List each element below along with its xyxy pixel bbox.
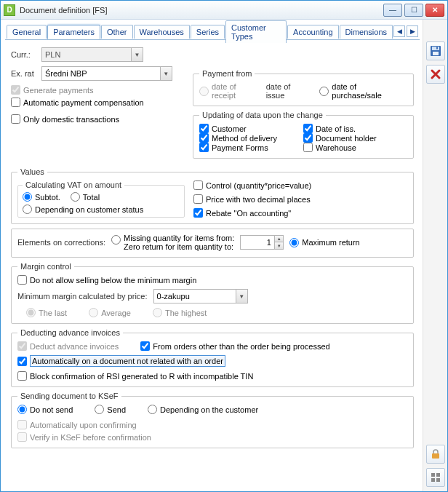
app-icon: D bbox=[4, 4, 15, 16]
save-button[interactable] bbox=[426, 41, 445, 60]
tab-parameters[interactable]: Parameters bbox=[47, 25, 100, 39]
advance-legend: Deducting advance invoices bbox=[17, 328, 123, 337]
generate-payments-checkbox: Generate payments bbox=[11, 85, 193, 95]
exrate-label: Ex. rat bbox=[11, 69, 41, 78]
grid-button[interactable] bbox=[426, 468, 445, 487]
ksef-group: Sending document to KSeF Do not send Sen… bbox=[11, 392, 414, 448]
auto-payment-comp-checkbox[interactable]: Automatic payment compensation bbox=[11, 98, 193, 107]
advance-group: Deducting advance invoices Deduct advanc… bbox=[11, 328, 414, 387]
tab-general[interactable]: General bbox=[7, 25, 47, 39]
tab-other[interactable]: Other bbox=[101, 25, 133, 39]
margin-combo[interactable]: ▼ bbox=[153, 289, 248, 303]
minimize-button[interactable]: — bbox=[383, 4, 402, 17]
upd-customer[interactable]: Customer bbox=[199, 124, 303, 133]
ksef-nosend[interactable]: Do not send bbox=[17, 405, 73, 414]
tab-customer-types[interactable]: Customer Types bbox=[225, 20, 287, 43]
tab-dimensions[interactable]: Dimensions bbox=[340, 25, 393, 39]
tab-warehouses[interactable]: Warehouses bbox=[134, 25, 190, 39]
currency-label: Curr.: bbox=[11, 50, 41, 59]
tab-bar: General Parameters Other Warehouses Seri… bbox=[5, 23, 420, 40]
margin-dont-allow[interactable]: Do not allow selling below the minimum m… bbox=[17, 275, 407, 285]
corrections-missing[interactable]: Missing quantity for items from: Zero re… bbox=[111, 234, 234, 251]
svg-rect-3 bbox=[436, 47, 438, 49]
grid-icon bbox=[430, 472, 441, 483]
corrections-max-return[interactable]: Maximum return bbox=[289, 238, 359, 247]
updating-group: Updating of data upon the change Custome… bbox=[193, 111, 414, 159]
payment-from-legend: Payment from bbox=[199, 69, 255, 78]
calc-vat-legend: Calculating VAT on amount bbox=[23, 180, 124, 189]
spin-down-icon[interactable]: ▼ bbox=[275, 242, 283, 249]
chevron-down-icon[interactable]: ▼ bbox=[131, 48, 143, 61]
window-title: Document definition [FS] bbox=[20, 6, 383, 15]
svg-rect-2 bbox=[433, 52, 439, 55]
parameters-pane: Curr.: ▼ Ex. rat ▼ bbox=[5, 40, 420, 459]
from-orders[interactable]: From orders other than the order being p… bbox=[140, 341, 329, 351]
control-check[interactable]: Control (quantity*price=value) bbox=[193, 180, 407, 190]
ksef-verify: Verify in KSeF before confirmation bbox=[17, 432, 407, 442]
twodec-check[interactable]: Price with two decimal places bbox=[193, 194, 407, 204]
currency-combo[interactable]: ▼ bbox=[41, 47, 143, 62]
currency-value bbox=[42, 48, 131, 61]
spin-up-icon[interactable]: ▲ bbox=[275, 236, 283, 242]
ksef-legend: Sending document to KSeF bbox=[17, 392, 121, 400]
upd-warehouse[interactable]: Warehouse bbox=[303, 143, 407, 152]
margin-control-group: Margin control Do not allow selling belo… bbox=[11, 262, 414, 324]
vat-depending[interactable]: Depending on customer status bbox=[23, 205, 180, 214]
payment-from-receipt: date of receipt bbox=[199, 82, 262, 100]
upd-date-iss[interactable]: Date of iss. bbox=[303, 124, 407, 133]
upd-doc-holder[interactable]: Document holder bbox=[303, 133, 407, 143]
values-group: Values Calculating VAT on amount Subtot.… bbox=[11, 167, 414, 224]
maximize-button[interactable]: ☐ bbox=[404, 4, 423, 17]
only-domestic-checkbox[interactable]: Only domestic transactions bbox=[11, 114, 193, 124]
block-rsi[interactable]: Block confirmation of RSI generated to R… bbox=[17, 371, 407, 381]
rebate-check[interactable]: Rebate "On accounting" bbox=[193, 208, 407, 218]
margin-legend: Margin control bbox=[17, 262, 74, 271]
floppy-icon bbox=[430, 45, 441, 57]
svg-rect-7 bbox=[431, 478, 435, 482]
side-toolbar bbox=[423, 20, 447, 491]
upd-payment-forms[interactable]: Payment Forms bbox=[199, 143, 303, 152]
exrate-combo[interactable]: ▼ bbox=[41, 66, 172, 81]
corrections-spinner[interactable]: ▲▼ bbox=[240, 235, 284, 250]
auto-on-doc[interactable]: Automatically on a document not related … bbox=[17, 355, 407, 367]
svg-rect-5 bbox=[431, 473, 435, 477]
margin-min-label: Minimum margin calculated by price: bbox=[17, 292, 148, 301]
svg-rect-6 bbox=[436, 473, 440, 477]
tab-scroll-left[interactable]: ◀ bbox=[393, 25, 405, 37]
ksef-send[interactable]: Send bbox=[95, 405, 126, 414]
updating-legend: Updating of data upon the change bbox=[199, 111, 326, 119]
margin-last: The last bbox=[26, 308, 67, 317]
chevron-down-icon[interactable]: ▼ bbox=[160, 67, 172, 80]
tab-series[interactable]: Series bbox=[191, 25, 225, 39]
payment-from-purchase[interactable]: date of purchase/sale bbox=[319, 82, 407, 100]
titlebar[interactable]: D Document definition [FS] — ☐ ✕ bbox=[1, 1, 447, 20]
corrections-group: Elements on corrections: Missing quantit… bbox=[11, 229, 414, 258]
vat-subtot[interactable]: Subtot. bbox=[23, 192, 60, 202]
ksef-depending[interactable]: Depending on the customer bbox=[148, 405, 258, 414]
payment-from-issue: date of issue bbox=[266, 82, 311, 100]
ksef-auto-confirm: Automatically upon confirming bbox=[17, 420, 407, 429]
svg-rect-1 bbox=[432, 47, 439, 50]
values-legend: Values bbox=[17, 167, 47, 176]
document-definition-window: D Document definition [FS] — ☐ ✕ General… bbox=[0, 0, 448, 492]
svg-rect-8 bbox=[436, 478, 440, 482]
payment-from-group: Payment from date of receipt date of iss… bbox=[193, 69, 414, 106]
lock-button[interactable] bbox=[426, 445, 445, 464]
svg-rect-4 bbox=[432, 453, 439, 459]
exrate-value[interactable] bbox=[42, 67, 160, 80]
close-button[interactable]: ✕ bbox=[425, 4, 444, 17]
corrections-label: Elements on corrections: bbox=[17, 238, 105, 247]
margin-highest: The highest bbox=[153, 308, 207, 317]
tab-accounting[interactable]: Accounting bbox=[287, 25, 338, 39]
calc-vat-group: Calculating VAT on amount Subtot. Total … bbox=[17, 180, 185, 218]
chevron-down-icon[interactable]: ▼ bbox=[236, 290, 247, 303]
deduct-advance: Deduct advance invoices bbox=[17, 341, 119, 351]
margin-avg: Average bbox=[89, 308, 131, 317]
tab-scroll-right[interactable]: ▶ bbox=[407, 25, 418, 37]
cancel-button[interactable] bbox=[426, 65, 445, 84]
upd-delivery[interactable]: Method of delivery bbox=[199, 133, 303, 143]
vat-total[interactable]: Total bbox=[71, 192, 100, 202]
lock-icon bbox=[430, 448, 441, 460]
close-icon bbox=[430, 68, 441, 80]
